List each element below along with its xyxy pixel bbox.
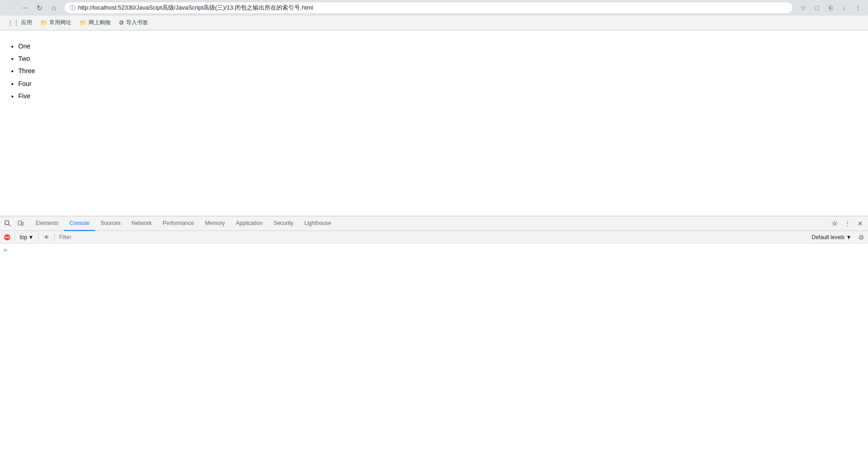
console-output: >: [0, 244, 868, 449]
reload-button[interactable]: ↻: [33, 1, 46, 14]
console-filter-input[interactable]: [58, 234, 807, 241]
tab-console[interactable]: Console: [64, 216, 95, 231]
back-button[interactable]: ←: [4, 1, 16, 14]
console-context-arrow: ▼: [28, 234, 34, 241]
tab-sources[interactable]: Sources: [95, 216, 126, 231]
list-item: Three: [18, 65, 859, 77]
devtools-toolbar: Elements Console Sources Network Perform…: [0, 216, 868, 231]
bookmark-apps-label: 应用: [21, 19, 32, 27]
screenshot-button[interactable]: ⎗: [824, 1, 837, 14]
browser-chrome: ← → ↻ ⌂ ⓘ http://localhost:52330/JavaSci…: [0, 0, 868, 31]
bookmark-common-sites[interactable]: 📁 常用网址: [37, 17, 75, 28]
devtools-right-icons: ⋮ ✕: [829, 218, 866, 230]
tab-security[interactable]: Security: [268, 216, 299, 231]
bookmark-shopping[interactable]: 📁 网上购物: [76, 17, 114, 28]
info-icon: ⓘ: [70, 4, 75, 12]
download-button[interactable]: ↓: [838, 1, 851, 14]
console-caret: >: [4, 246, 7, 253]
console-divider-2: [38, 233, 39, 241]
bookmark-apps[interactable]: ⋮⋮ 应用: [4, 17, 36, 28]
forward-button[interactable]: →: [18, 1, 31, 14]
console-toolbar: ⛔ top ▼ 👁 Default levels ▼ ⚙: [0, 231, 868, 244]
console-input-area[interactable]: [9, 246, 14, 253]
list-item: One: [18, 41, 859, 52]
svg-point-4: [834, 222, 836, 224]
svg-rect-0: [5, 221, 9, 224]
bookmark-import[interactable]: ⚙ 导入书签: [115, 17, 152, 28]
tab-lighthouse[interactable]: Lighthouse: [299, 216, 337, 231]
svg-rect-3: [21, 222, 23, 225]
console-settings-button[interactable]: ⚙: [856, 232, 866, 242]
console-context-label: top: [20, 234, 27, 241]
devtools-close-button[interactable]: ✕: [854, 218, 866, 230]
devtools-settings-button[interactable]: [829, 218, 841, 230]
more-button[interactable]: ⋮: [852, 1, 864, 14]
svg-line-1: [9, 224, 11, 226]
home-button[interactable]: ⌂: [48, 1, 60, 14]
title-bar-actions: ☆ □ ⎗ ↓ ⋮: [797, 1, 864, 14]
device-toolbar-button[interactable]: [15, 218, 26, 230]
address-bar[interactable]: ⓘ http://localhost:52330/JavaScipt高级/Jav…: [64, 2, 793, 14]
tab-performance[interactable]: Performance: [157, 216, 200, 231]
bookmark-star-button[interactable]: ☆: [797, 1, 810, 14]
console-divider-1: [15, 233, 15, 241]
bookmark-shopping-label: 网上购物: [89, 19, 111, 27]
console-prompt-line[interactable]: >: [0, 246, 868, 254]
devtools-panel: Elements Console Sources Network Perform…: [0, 216, 868, 449]
inspect-element-button[interactable]: [2, 218, 14, 230]
list-item: Five: [18, 91, 859, 102]
list-item: Four: [18, 78, 859, 90]
devtools-left-icons: [2, 218, 26, 230]
console-eye-button[interactable]: 👁: [42, 232, 52, 242]
devtools-more-button[interactable]: ⋮: [842, 218, 853, 230]
bookmarks-bar: ⋮⋮ 应用 📁 常用网址 📁 网上购物 ⚙ 导入书签: [0, 16, 868, 30]
svg-rect-2: [18, 221, 21, 225]
tab-search-button[interactable]: □: [810, 1, 823, 14]
default-levels-label: Default levels ▼: [812, 234, 852, 241]
list-item: Two: [18, 53, 859, 64]
bookmark-import-label: 导入书签: [126, 19, 148, 27]
tab-elements[interactable]: Elements: [30, 216, 64, 231]
bookmark-common-sites-label: 常用网址: [49, 19, 71, 27]
console-divider-3: [54, 233, 55, 241]
gear-icon: ⚙: [119, 19, 124, 26]
tab-application[interactable]: Application: [230, 216, 268, 231]
apps-icon: ⋮⋮: [7, 19, 19, 26]
tab-memory[interactable]: Memory: [200, 216, 230, 231]
console-clear-button[interactable]: ⛔: [2, 232, 12, 242]
console-context-selector[interactable]: top ▼: [18, 233, 36, 241]
default-levels-button[interactable]: Default levels ▼: [809, 233, 854, 241]
tab-network[interactable]: Network: [126, 216, 157, 231]
page-list: One Two Three Four Five: [9, 41, 859, 102]
folder-icon-1: 📁: [40, 19, 48, 26]
page-content: One Two Three Four Five: [0, 31, 868, 195]
url-text: http://localhost:52330/JavaScipt高级/JavaS…: [78, 4, 787, 12]
folder-icon-2: 📁: [79, 19, 87, 26]
devtools-tabs: Elements Console Sources Network Perform…: [30, 216, 829, 231]
title-bar: ← → ↻ ⌂ ⓘ http://localhost:52330/JavaSci…: [0, 0, 868, 16]
